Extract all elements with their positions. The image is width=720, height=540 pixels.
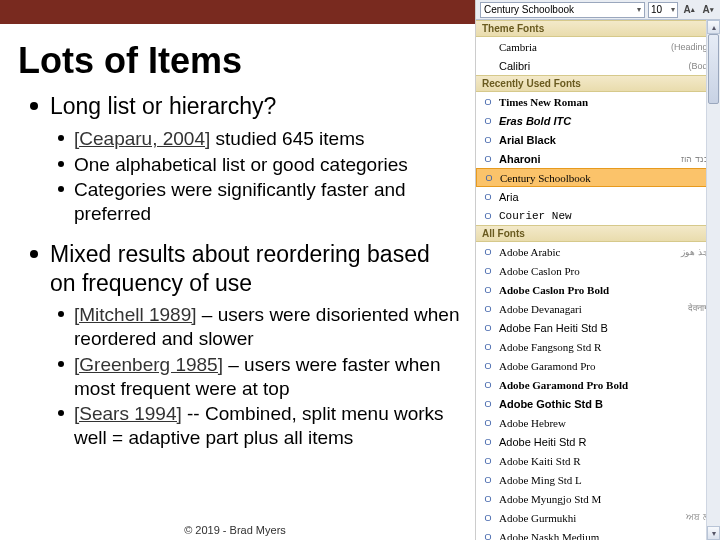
font-name-combo[interactable]: Century Schoolbook ▾ [480,2,645,18]
opentype-icon: O [481,494,495,504]
bullet-icon [58,186,64,192]
font-item[interactable]: OEras Bold ITC [476,111,720,130]
chevron-down-icon: ▾ [671,5,675,14]
font-section-header: Recently Used Fonts [476,75,720,92]
scroll-track[interactable] [707,34,720,526]
citation-link[interactable]: [Greenberg 1985] [74,354,223,375]
slide-body: Long list or hierarchy? [Ceaparu, 2004] … [0,92,470,458]
font-item-name: Adobe Garamond Pro Bold [499,379,715,391]
font-item-name: Adobe Fan Heiti Std B [499,322,715,334]
font-item-name: Aharoni [499,153,681,165]
font-item[interactable]: OAharoniאבנד הוז [476,149,720,168]
font-item-name: Adobe Caslon Pro [499,265,715,277]
opentype-icon: O [481,192,495,202]
font-item-name: Eras Bold ITC [499,115,715,127]
font-size-combo[interactable]: 10 ▾ [648,2,678,18]
font-item[interactable]: OAdobe Fan Heiti Std B [476,318,720,337]
font-item[interactable]: OArial Black [476,130,720,149]
opentype-icon: O [481,285,495,295]
font-item[interactable]: Calibri(Body) [476,56,720,75]
opentype-icon: O [481,97,495,107]
font-item-name: Adobe Kaiti Std R [499,455,715,467]
opentype-icon: O [481,211,495,221]
font-item[interactable]: OAdobe Caslon Pro [476,261,720,280]
font-item[interactable]: OAdobe Heiti Std R [476,432,720,451]
scroll-thumb[interactable] [708,34,719,104]
scroll-down-button[interactable]: ▾ [707,526,720,540]
opentype-icon: O [481,266,495,276]
scrollbar[interactable]: ▴ ▾ [706,20,720,540]
bullet-text: Long list or hierarchy? [50,92,276,121]
font-item[interactable]: OAdobe Gurmukhiਅਬ ਲਹ [476,508,720,527]
opentype-icon: O [481,135,495,145]
opentype-icon: O [481,475,495,485]
sub-bullet-text: [Greenberg 1985] – users were faster whe… [74,353,460,401]
font-name-value: Century Schoolbook [484,4,574,15]
font-item-name: Adobe Devanagari [499,303,688,315]
font-item[interactable]: OAdobe Garamond Pro [476,356,720,375]
font-item[interactable]: OAdobe Naskh Medium [476,527,720,540]
font-item[interactable]: OAdobe Caslon Pro Bold [476,280,720,299]
opentype-icon: O [481,342,495,352]
grow-font-button[interactable]: A▴ [681,2,697,18]
font-item-name: Adobe Ming Std L [499,474,715,486]
font-item[interactable]: OAdobe Ming Std L [476,470,720,489]
font-item-name: Century Schoolbook [500,172,714,184]
font-item-name: Courier New [499,210,715,222]
font-item-name: Adobe Naskh Medium [499,531,715,541]
font-item-name: Adobe Caslon Pro Bold [499,284,715,296]
sub-bullet-rest: studied 645 items [210,128,364,149]
opentype-icon: O [482,173,496,183]
font-item-name: Adobe Heiti Std R [499,436,715,448]
bullet-icon [58,410,64,416]
citation-link[interactable]: [Ceaparu, 2004] [74,128,210,149]
opentype-icon: O [481,154,495,164]
bullet-icon [30,102,38,110]
font-item[interactable]: OAdobe Myungjo Std M [476,489,720,508]
bullet-text: Mixed results about reordering based on … [50,240,460,298]
bullet-icon [58,311,64,317]
font-item[interactable]: OCourier New [476,206,720,225]
font-item[interactable]: Cambria(Headings) [476,37,720,56]
slide-footer: © 2019 - Brad Myers [0,524,470,536]
opentype-icon: O [481,361,495,371]
font-section-header: All Fonts [476,225,720,242]
citation-link[interactable]: [Sears 1994] [74,403,182,424]
font-item[interactable]: OAria [476,187,720,206]
font-item[interactable]: OCentury Schoolbook [476,168,720,187]
opentype-icon: O [481,323,495,333]
font-item-name: Aria [499,191,715,203]
font-item[interactable]: OAdobe Kaiti Std R [476,451,720,470]
font-item[interactable]: OAdobe Garamond Pro Bold [476,375,720,394]
font-item[interactable]: OAdobe Arabicأيجذ هوز [476,242,720,261]
opentype-icon: O [481,532,495,541]
shrink-font-button[interactable]: A▾ [700,2,716,18]
font-item[interactable]: OAdobe Devanagariदेवनागरी [476,299,720,318]
bullet-icon [30,250,38,258]
bullet-icon [58,161,64,167]
bullet-icon [58,361,64,367]
font-item[interactable]: OAdobe Hebrew [476,413,720,432]
opentype-icon: O [481,513,495,523]
font-item-name: Adobe Gurmukhi [499,512,686,524]
font-dropdown-panel: Century Schoolbook ▾ 10 ▾ A▴ A▾ Theme Fo… [475,0,720,540]
font-item[interactable]: OTimes New Roman [476,92,720,111]
sub-bullet-text: [Sears 1994] -- Combined, split menu wor… [74,402,460,450]
font-item[interactable]: OAdobe Fangsong Std R [476,337,720,356]
font-item-name: Adobe Garamond Pro [499,360,715,372]
citation-link[interactable]: [Mitchell 1989] [74,304,197,325]
sub-bullet-text: [Mitchell 1989] – users were disoriented… [74,303,460,351]
font-item-name: Adobe Arabic [499,246,681,258]
font-item[interactable]: OAdobe Gothic Std B [476,394,720,413]
font-item-name: Arial Black [499,134,715,146]
opentype-icon: O [481,304,495,314]
font-size-value: 10 [651,4,662,15]
font-section-header: Theme Fonts [476,20,720,37]
font-item-name: Adobe Myungjo Std M [499,493,715,505]
sub-bullet-text: [Ceaparu, 2004] studied 645 items [74,127,364,151]
scroll-up-button[interactable]: ▴ [707,20,720,34]
font-item-name: Cambria [499,41,671,53]
sub-bullet-text: Categories were significantly faster and… [74,178,460,226]
font-item-name: Calibri [499,60,688,72]
opentype-icon: O [481,247,495,257]
